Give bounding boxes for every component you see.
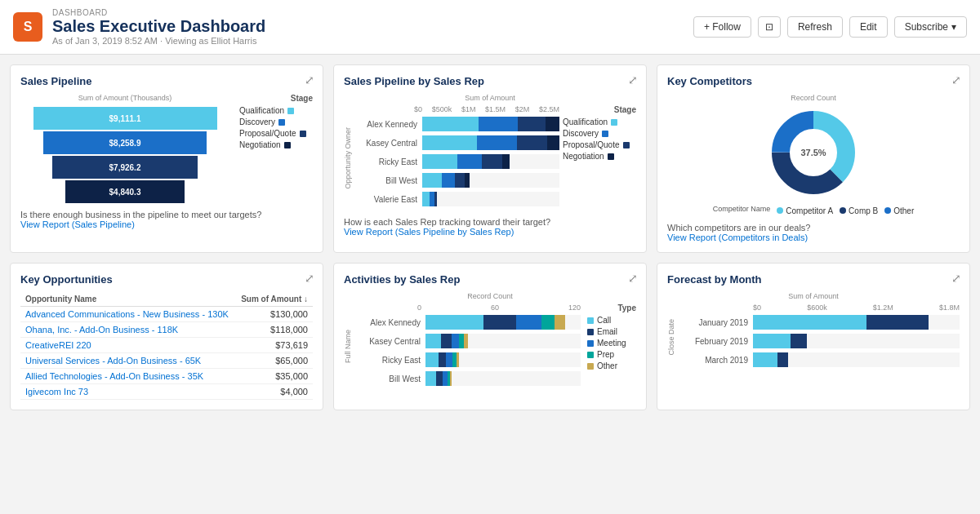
opp-name: Universal Services - Add-On Business - 6…	[20, 353, 235, 369]
forecast-bars-area: $0$600k$1.2M$1.8M January 2019February 2…	[684, 304, 960, 371]
funnel-legend: Stage QualificationDiscoveryProposal/Quo…	[239, 94, 313, 152]
forecast-axis-label: Sum of Amount	[667, 292, 960, 300]
expand-icon-4[interactable]: ⤢	[305, 272, 314, 285]
edit-button[interactable]: Edit	[849, 16, 888, 38]
logo-icon: S	[13, 12, 42, 42]
competitors-legend: Competitor Name Competitor AComp BOther	[713, 205, 914, 216]
sales-pipeline-title: Sales Pipeline	[20, 75, 313, 87]
activity-legend-item: Call	[587, 316, 636, 325]
funnel-chart: Sum of Amount (Thousands) $9,111.1$8,258…	[20, 94, 229, 203]
pipeline-bar-row: Bill West	[357, 173, 559, 188]
table-row: Advanced Communications - New Business -…	[20, 307, 313, 322]
expand-icon-2[interactable]: ⤢	[628, 73, 638, 86]
forecast-y-label: Close Date	[667, 319, 675, 356]
activities-bars-area: 060120 Alex KennedyKasey CentralRicky Ea…	[360, 304, 581, 390]
activity-bar-row: Bill West	[360, 371, 581, 386]
forecast-bar-row: February 2019	[684, 334, 960, 348]
activities-y-label: Full Name	[344, 330, 352, 363]
key-competitors-link[interactable]: View Report (Competitors in Deals)	[667, 233, 808, 242]
forecast-bar-row: January 2019	[684, 315, 960, 330]
col-name: Opportunity Name	[20, 292, 235, 307]
opp-amount: $4,000	[235, 384, 313, 400]
expand-icon-3[interactable]: ⤢	[951, 73, 961, 86]
pipeline-axis-label: Sum of Amount	[344, 94, 636, 102]
dashboard-subtitle: As of Jan 3, 2019 8:52 AM · Viewing as E…	[52, 36, 265, 46]
key-competitors-footer: Which competitors are in our deals? View…	[667, 223, 960, 242]
opp-name: Ohana, Inc. - Add-On Business - 118K	[20, 322, 235, 338]
activity-legend-item: Prep	[587, 350, 636, 359]
activity-legend-item: Other	[587, 361, 636, 370]
opp-amount: $118,000	[235, 322, 313, 338]
dashboard-info: DASHBOARD Sales Executive Dashboard As o…	[52, 8, 265, 46]
opp-amount: $73,619	[235, 338, 313, 353]
pipeline-bar-row: Ricky East	[357, 154, 559, 169]
opp-amount: $65,000	[235, 353, 313, 369]
donut-label: Record Count	[791, 94, 836, 102]
competitors-layout: Record Count 37.5% Competitor Name Compe…	[667, 94, 960, 216]
expand-icon[interactable]: ⤢	[305, 73, 314, 86]
opp-name: CreativeREI 220	[20, 338, 235, 353]
pipeline-bar-row: Kasey Central	[357, 135, 559, 150]
activities-legend-title: Type	[587, 304, 636, 312]
expand-icon-6[interactable]: ⤢	[951, 272, 961, 285]
sales-pipeline-link[interactable]: View Report (Sales Pipeline)	[20, 219, 135, 229]
competitor-legend-item: Competitor A	[777, 205, 833, 216]
sales-pipeline-card: Sales Pipeline ⤢ Sum of Amount (Thousand…	[10, 64, 323, 253]
share-button[interactable]: ⊡	[758, 16, 781, 38]
activities-card: Activities by Sales Rep ⤢ Record Count F…	[333, 263, 647, 410]
activity-bar-row: Alex Kennedy	[360, 315, 581, 330]
funnel-axis-label: Sum of Amount (Thousands)	[78, 94, 172, 102]
funnel-container: Sum of Amount (Thousands) $9,111.1$8,258…	[20, 94, 313, 203]
opp-amount: $130,000	[235, 307, 313, 322]
pipeline-bar-row: Valerie East	[357, 192, 559, 206]
table-row: Ohana, Inc. - Add-On Business - 118K$118…	[20, 322, 313, 338]
activities-axis-label: Record Count	[344, 292, 636, 300]
key-opportunities-card: Key Opportunities ⤢ Opportunity Name Sum…	[10, 263, 323, 410]
expand-icon-5[interactable]: ⤢	[628, 272, 638, 285]
pipeline-by-rep-title: Sales Pipeline by Sales Rep	[344, 75, 636, 87]
y-axis-label: Opportunity Owner	[344, 127, 352, 189]
follow-button[interactable]: + Follow	[693, 16, 751, 38]
pipeline-by-rep-link[interactable]: View Report (Sales Pipeline by Sales Rep…	[344, 227, 514, 237]
activity-bar-row: Kasey Central	[360, 334, 581, 348]
donut-center-label: 37.5%	[800, 148, 826, 157]
pipeline-bar-row: Alex Kennedy	[357, 117, 559, 131]
top-bar-right: + Follow ⊡ Refresh Edit Subscribe ▾	[693, 16, 967, 38]
forecast-title: Forecast by Month	[667, 273, 960, 286]
activities-title: Activities by Sales Rep	[344, 273, 636, 286]
pipeline-by-rep-footer: How is each Sales Rep tracking toward th…	[344, 217, 636, 237]
activity-bar-row: Ricky East	[360, 352, 581, 367]
forecast-bar-row: March 2019	[684, 352, 960, 367]
top-bar-left: S DASHBOARD Sales Executive Dashboard As…	[13, 8, 265, 46]
table-row: Universal Services - Add-On Business - 6…	[20, 353, 313, 369]
activities-layout: Full Name 060120 Alex KennedyKasey Centr…	[344, 304, 636, 390]
opp-name: Advanced Communications - New Business -…	[20, 307, 235, 322]
activity-legend-item: Email	[587, 327, 636, 336]
subscribe-button[interactable]: Subscribe ▾	[894, 16, 967, 38]
pipeline-legend-title: Stage	[563, 105, 636, 114]
opp-amount: $35,000	[235, 369, 313, 384]
opportunities-table: Opportunity Name Sum of Amount ↓ Advance…	[20, 292, 313, 400]
dashboard-grid: Sales Pipeline ⤢ Sum of Amount (Thousand…	[0, 55, 980, 420]
competitor-legend-item: Comp B	[840, 205, 878, 216]
forecast-layout: Close Date $0$600k$1.2M$1.8M January 201…	[667, 304, 960, 371]
pipeline-by-rep-card: Sales Pipeline by Sales Rep ⤢ Sum of Amo…	[333, 64, 647, 253]
opp-name: Allied Technologies - Add-On Business - …	[20, 369, 235, 384]
donut-chart: 37.5%	[764, 104, 862, 202]
activities-legend: Type CallEmailMeetingPrepOther	[587, 304, 636, 390]
table-row: Igivecom Inc 73$4,000	[20, 384, 313, 400]
dashboard-label: DASHBOARD	[52, 8, 265, 17]
dashboard-title: Sales Executive Dashboard	[52, 17, 265, 36]
table-row: CreativeREI 220$73,619	[20, 338, 313, 353]
pipeline-bars-area: $0$500k$1M$1.5M$2M$2.5M Alex KennedyKase…	[357, 105, 559, 210]
refresh-button[interactable]: Refresh	[787, 16, 843, 38]
pipeline-rep-layout: Opportunity Owner $0$500k$1M$1.5M$2M$2.5…	[344, 105, 636, 210]
funnel-legend-title: Stage	[239, 94, 313, 103]
key-competitors-card: Key Competitors ⤢ Record Count 37.5% Com…	[657, 64, 970, 253]
key-competitors-title: Key Competitors	[667, 75, 960, 87]
sales-pipeline-footer: Is there enough business in the pipeline…	[20, 210, 313, 229]
top-bar: S DASHBOARD Sales Executive Dashboard As…	[0, 0, 980, 55]
key-opportunities-title: Key Opportunities	[20, 273, 313, 286]
col-amount: Sum of Amount ↓	[235, 292, 313, 307]
chevron-down-icon: ▾	[951, 21, 956, 33]
